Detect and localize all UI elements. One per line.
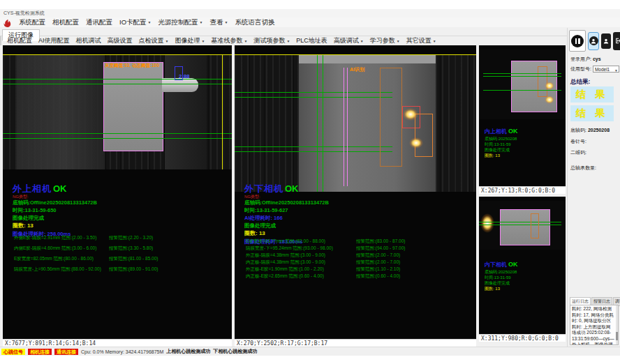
- alarm-range: 报警范围:(81.00 - 85.00): [109, 256, 158, 266]
- login-user-label: 登录用户:: [570, 56, 591, 61]
- measurement-value: 隔膜宽度-上=90.56mm 范围:(88.00 - 92.00): [14, 266, 109, 277]
- user-icon: [589, 36, 598, 45]
- switch-user-button[interactable]: [601, 33, 611, 49]
- menu-item-comm-config[interactable]: 通讯配置: [86, 18, 112, 27]
- measurement-rows: E胶宽度=83.77mm 范围:(82.00 - 88.00)报警范围:(83.…: [246, 238, 473, 280]
- panel-barcode-label: 底轴码:: [570, 128, 586, 132]
- tool-other-settings[interactable]: 其它设置: [406, 36, 436, 45]
- needle-number-label: 卷针号:: [570, 139, 586, 144]
- tool-spot-check-settings[interactable]: 点检设置: [139, 36, 169, 45]
- window-bottom-strip: [0, 356, 620, 364]
- camera-name: 内下相机: [485, 261, 507, 268]
- menu-item-system-config[interactable]: 系统配置: [19, 18, 45, 27]
- turns-line: 圈数: 13: [485, 153, 518, 158]
- ai-region-box: [380, 68, 402, 167]
- result-ok-badge: OK: [508, 128, 518, 135]
- measurement-row: 隔膜宽度-上=90.56mm 范围:(88.00 - 92.00)报警范围:(8…: [14, 266, 229, 277]
- ai-overlay-label: AI识别: [350, 66, 364, 73]
- turns-line: 圈数: 13: [244, 229, 454, 238]
- tool-ai-usage-config[interactable]: AI使用配置: [38, 36, 70, 45]
- right-image-canvas[interactable]: AI识别: [235, 55, 476, 192]
- small-image-canvas-1[interactable]: [479, 50, 566, 119]
- menu-item-view[interactable]: 查看: [209, 18, 228, 27]
- process-status-line: 图像处理完成: [244, 222, 454, 229]
- alarm-range: 报警范围:(94.00 - 97.00): [356, 245, 405, 252]
- app-logo-icon: [3, 18, 12, 27]
- highlight-spot: [409, 137, 423, 149]
- alarm-range: 报警范围:(89.00 - 91.00): [109, 266, 158, 277]
- menu-item-language-switch[interactable]: 系统语言切换: [235, 18, 274, 27]
- alarm-range: 报警范围:(83.00 - 87.00): [356, 238, 405, 245]
- alarm-range: 报警范围:(1.10 - 2.10): [356, 266, 400, 273]
- measurement-row: 隔膜宽度-下=95.24mm 范围:(93.00 - 98.00)报警范围:(9…: [246, 245, 473, 252]
- login-user-value: cys: [593, 56, 601, 61]
- tool-advanced-settings[interactable]: 高级设置: [108, 36, 133, 45]
- menu-item-light-control-config[interactable]: 光源控制配置: [158, 18, 202, 27]
- tool-camera-debug[interactable]: 相机调试: [76, 36, 101, 45]
- current-user-button[interactable]: [588, 32, 599, 50]
- pixel-readout-small-1: X:267;Y:13;R:0;G:0;B:0: [479, 186, 566, 194]
- log-scrollbar-thumb[interactable]: [616, 332, 618, 340]
- measurement-value: 外正极-E胶=1.90mm 范围:(1.00 - 2.20): [246, 266, 356, 273]
- alarm-range: 报警范围:(2.20 - 3.20): [109, 235, 153, 245]
- menu-item-io-card-config[interactable]: IO卡配置: [119, 18, 151, 27]
- measurement-rows: 外侧E胶-隔膜=2.91mm 范围:(2.00 - 3.50)报警范围:(2.2…: [14, 235, 229, 277]
- measurement-tag: 2.88: [179, 73, 190, 79]
- alarm-range: 报警范围:(3.30 - 5.80): [109, 245, 153, 256]
- lower-camera-heartbeat-msg: 下相机心跳检测成功: [213, 348, 257, 355]
- result-badge-upper: 结 果: [570, 86, 614, 103]
- camera-name: 外上相机: [13, 183, 52, 194]
- exit-door-icon: [614, 37, 620, 45]
- small-image-canvas-2[interactable]: [479, 201, 566, 250]
- tool-camera-config[interactable]: 相机配置: [7, 36, 32, 45]
- highlight-spot: [403, 108, 418, 121]
- tool-advanced-debug[interactable]: 高级调试: [334, 36, 364, 45]
- window-top-strip: [0, 0, 620, 9]
- pause-button[interactable]: [569, 30, 586, 52]
- tool-image-processing[interactable]: 图像处理: [175, 36, 205, 45]
- log-scrollbar[interactable]: [616, 305, 618, 344]
- qrcode-label: 二维码:: [570, 150, 586, 155]
- camera-view-inner-upper: 内上相机OK 底轴码:20250208 时间:13-31-59 图像处理完成 圈…: [479, 45, 566, 194]
- tool-test-item-params[interactable]: 测试项参数: [253, 36, 290, 45]
- measurement-row: 内正极-隔膜=4.38mm 范围:(3.00 - 9.00)报警范围:(2.00…: [246, 259, 473, 266]
- camera-view-inner-lower: 内下相机OK 底轴码:20250208 时间:13-31-59 图像处理完成 圈…: [479, 197, 566, 342]
- measurement-value: E胶宽度=83.77mm 范围:(82.00 - 88.00): [246, 238, 356, 245]
- threshold-overlay-label: 灰度阈值:93, 动态阈值:100: [105, 63, 159, 69]
- measurement-value: 内正极-隔膜=4.38mm 范围:(3.00 - 9.00): [246, 259, 356, 266]
- result-badge-lower: 结 果: [570, 105, 614, 121]
- control-panel: 登录用户: cys 使用型号: Model1 总结果: 结 果 结 果 底轴码:…: [567, 28, 620, 347]
- pixel-readout-small-2: X:311;Y:980;R:0;G:0;B:0: [479, 334, 566, 342]
- total-count-label: 总轴承数量:: [570, 165, 596, 170]
- log-output[interactable]: 耗时: 222, 网络检测耗时: 17, 网络分类耗时: 0, 网络提取分区耗时…: [570, 305, 619, 345]
- measurement-row: E胶宽度=82.05mm 范围:(80.00 - 86.00)报警范围:(81.…: [14, 256, 229, 266]
- measurement-value: 内侧E胶-隔膜=4.60mm 范围:(3.00 - 6.00): [14, 245, 109, 256]
- measurement-row: 外正极-E胶=1.90mm 范围:(1.00 - 2.20)报警范围:(1.10…: [246, 266, 473, 273]
- time-line: 时间:13-31-59: [485, 275, 518, 280]
- exit-button[interactable]: [613, 32, 620, 50]
- tool-learning-params[interactable]: 学习参数: [370, 36, 400, 45]
- camera-result-title: 内上相机OK: [485, 123, 518, 136]
- result-ok-badge: OK: [508, 261, 518, 268]
- model-select[interactable]: Model1: [593, 66, 619, 73]
- alarm-range: 报警范围:(2.00 - 7.00): [356, 252, 400, 259]
- measurement-row: 内侧E胶-隔膜=4.60mm 范围:(3.00 - 6.00)报警范围:(3.3…: [14, 245, 229, 256]
- heartbeat-status-badge: 心跳信号: [1, 349, 25, 355]
- window-title: CYS-视觉检测系统: [3, 10, 45, 15]
- camera-result-title: 内下相机OK: [485, 257, 518, 269]
- menu-item-camera-config[interactable]: 相机配置: [52, 18, 79, 27]
- ai-elapsed-line: AI处理耗时: 166: [244, 214, 454, 222]
- camera-view-outer-upper: 2.88 灰度阈值:93, 动态阈值:100 外上相机OK NG类型: 底轴码:…: [3, 45, 232, 347]
- menu-bar: 系统配置 相机配置 通讯配置 IO卡配置 光源控制配置 查看 系统语言切换: [0, 17, 620, 27]
- total-result-label: 总结果:: [570, 78, 590, 85]
- camera-view-outer-lower: AI识别 外下相机OK NG类型: 底轴码:Offline20250208133…: [235, 45, 476, 347]
- app-window: CYS-视觉检测系统 系统配置 相机配置 通讯配置 IO卡配置 光源控制配置 查…: [0, 0, 620, 364]
- title-bar: CYS-视觉检测系统: [0, 9, 620, 17]
- comm-link-status-badge: 通讯连接: [54, 349, 78, 355]
- barcode-line: 底轴码:20250208: [485, 269, 518, 275]
- left-image-canvas[interactable]: 2.88 灰度阈值:93, 动态阈值:100: [3, 55, 232, 169]
- user-icon: [603, 38, 610, 45]
- tool-plc-address-table[interactable]: PLC地址表: [296, 36, 327, 45]
- tool-baseline-params[interactable]: 基准线参数: [211, 36, 247, 45]
- toolbar: 相机配置 AI使用配置 相机调试 高级设置 点检设置 图像处理 基准线参数 测试…: [0, 36, 566, 45]
